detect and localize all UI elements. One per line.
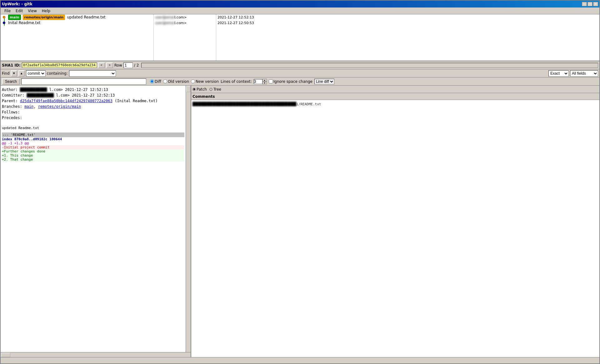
lines-up-spin[interactable]: ▲	[262, 79, 267, 82]
diff-file-name: 'README.txt'	[11, 133, 36, 137]
diff-pane: Author: ████████████ l.com> 2021-12-27 1…	[1, 86, 191, 357]
commit-committer-info: Committer: ████████████ l.com> 2021-12-2…	[2, 92, 184, 98]
commit-author-row-1[interactable]: user@email.com>	[154, 14, 216, 20]
maximize-button[interactable]: □	[588, 2, 592, 6]
search-button[interactable]: Search	[2, 78, 20, 85]
follows-label: Follows:	[2, 110, 20, 114]
find-type-select[interactable]: commit	[26, 70, 46, 77]
branches-label: Branches:	[2, 104, 22, 109]
commit-message-detail: updated Readme.txt	[2, 122, 184, 130]
old-version-radio-label: Old version	[163, 79, 189, 84]
find-row: Find ▼ ▲ commit containing: Exact All fi…	[1, 69, 599, 77]
exact-select[interactable]: Exact	[548, 70, 569, 77]
branch-main-label: main	[8, 15, 21, 20]
commit-graph-column: main remotes/origin/main updated Readme.…	[1, 14, 154, 61]
patch-radio	[192, 88, 196, 91]
new-version-radio[interactable]	[191, 79, 195, 83]
patch-tab-label: Patch	[197, 87, 207, 92]
commit-precedes-info: Precedes:	[2, 115, 184, 121]
menu-help[interactable]: Help	[39, 8, 53, 14]
sha1-next-button[interactable]: >	[106, 62, 113, 68]
diff-with-scroll: Author: ████████████ l.com> 2021-12-27 1…	[1, 86, 191, 352]
sha1-prev-button[interactable]: <	[98, 62, 105, 68]
search-input[interactable]	[21, 78, 146, 85]
diff-index-line: index 870c0a8..d09182c 100644	[2, 137, 184, 141]
branch-remote-link[interactable]: remotes/origin/main	[38, 104, 81, 109]
branch-main-link[interactable]: main	[24, 104, 33, 109]
find-containing-label: containing:	[47, 71, 68, 76]
commit-author-row-2[interactable]: user@email.com>	[154, 20, 216, 26]
tree-tab-label: Tree	[213, 87, 221, 92]
row-separator: /	[134, 63, 135, 67]
committer-label: Committer:	[2, 93, 24, 97]
allfields-select[interactable]: All fields	[570, 70, 598, 77]
author-name-blurred: ████████████	[20, 87, 47, 92]
sha1-input[interactable]	[22, 62, 97, 68]
patch-tab[interactable]: Patch	[192, 87, 207, 92]
menu-file[interactable]: File	[2, 8, 13, 14]
commit-message-text: updated Readme.txt	[2, 126, 39, 130]
row-label: Row	[114, 63, 122, 67]
menu-edit[interactable]: Edit	[13, 8, 25, 14]
right-pane: Patch Tree Comments ████████████████████…	[191, 86, 599, 357]
commit-date-column: 2021-12-27 12:52:13 2021-12-27 12:50:53	[216, 14, 599, 61]
commit-list-area: main remotes/origin/main updated Readme.…	[1, 14, 599, 61]
diff-scrollbar-horizontal[interactable]	[1, 352, 191, 357]
row-total: 2	[137, 63, 139, 67]
diff-line-added-1: +Further changes done	[2, 149, 184, 153]
commit-row-2[interactable]: Inital Readme.txt	[1, 20, 153, 26]
commit-author-column: user@email.com> user@email.com>	[154, 14, 216, 61]
diff-line-added-2: +1. This change	[2, 153, 184, 157]
diff-radio-label: Diff	[150, 79, 161, 84]
committer-date: 2021-12-27 12:52:13	[72, 93, 115, 97]
diff-radio[interactable]	[150, 79, 154, 83]
find-label: Find	[2, 71, 10, 76]
ignore-space-checkbox[interactable]	[269, 79, 273, 83]
parent-hash-link[interactable]: d25da7f49fae88a50bbc144df24297480772a206…	[20, 99, 112, 103]
right-content: ████████████████████████████████████ i/R…	[191, 100, 599, 357]
commit-date-row-2[interactable]: 2021-12-27 12:50:53	[216, 20, 599, 26]
diff-line-added-3: +2. That change	[2, 157, 184, 162]
find-up-button[interactable]: ▲	[18, 70, 25, 77]
find-containing-select[interactable]	[69, 70, 116, 77]
find-down-button[interactable]: ▼	[11, 70, 17, 77]
sha1-label: SHA1 ID:	[2, 63, 21, 67]
lines-of-context-input[interactable]	[254, 79, 262, 84]
commit-message-1: updated Readme.txt	[67, 15, 105, 19]
commit-date-2: 2021-12-27 12:50:53	[218, 21, 254, 25]
patch-tree-tabs: Patch Tree	[191, 86, 599, 93]
minimize-button[interactable]: ─	[582, 2, 587, 6]
committer-email-suffix: l.com>	[56, 93, 69, 97]
line-diff-select[interactable]: Line diff	[314, 79, 334, 84]
ignore-space-label: Ignore space change	[269, 79, 312, 84]
diff-hunk-header: @@ -1 +1,3 @@	[2, 141, 184, 145]
precedes-label: Precedes:	[2, 116, 22, 120]
lines-down-spin[interactable]: ▼	[262, 82, 267, 84]
bottom-split: Author: ████████████ l.com> 2021-12-27 1…	[1, 86, 599, 357]
window-title: UpWork: - gitk	[2, 2, 32, 6]
author-label: Author:	[2, 87, 18, 92]
diff-content: Author: ████████████ l.com> 2021-12-27 1…	[1, 86, 186, 352]
search-diff-row: Search Diff Old version New version Line…	[1, 77, 599, 86]
commit-date-row-1[interactable]: 2021-12-27 12:52:13	[216, 14, 599, 20]
right-file-path[interactable]: i/README.txt	[296, 102, 321, 106]
author-date: 2021-12-27 12:52:13	[65, 87, 108, 92]
menu-view[interactable]: View	[25, 8, 39, 14]
diff-file-separator-left: ---	[2, 133, 11, 137]
tree-radio	[209, 88, 212, 91]
new-version-radio-label: New version	[191, 79, 219, 84]
diff-scrollbar-vertical[interactable]	[186, 86, 191, 352]
commit-message-2: Inital Readme.txt	[8, 21, 40, 25]
close-button[interactable]: ✕	[593, 2, 598, 6]
parent-message: (Inital Readme.txt)	[115, 99, 158, 103]
commit-row-1[interactable]: main remotes/origin/main updated Readme.…	[1, 14, 153, 20]
menu-bar: File Edit View Help	[1, 7, 599, 14]
branch-remote-label: remotes/origin/main	[23, 15, 65, 20]
right-file-path-blurred: ████████████████████████████████████	[192, 102, 296, 106]
main-window: UpWork: - gitk ─ □ ✕ File Edit View Help	[0, 0, 600, 364]
comments-label: Comments	[192, 94, 215, 99]
tree-tab[interactable]: Tree	[209, 87, 221, 92]
parent-label: Parent:	[2, 99, 18, 103]
old-version-radio[interactable]	[163, 79, 167, 83]
row-input[interactable]	[123, 62, 133, 68]
